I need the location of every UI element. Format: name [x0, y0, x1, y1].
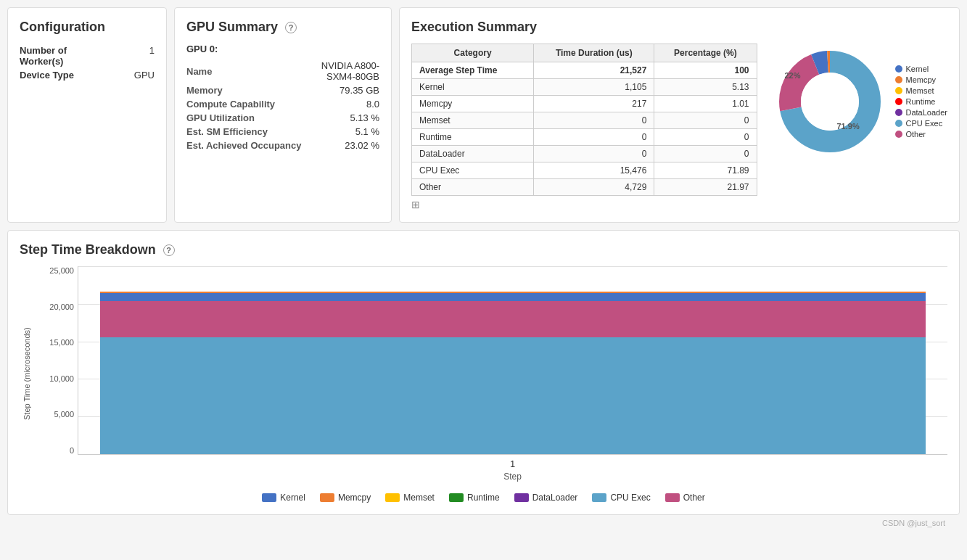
legend-label-runtime: Runtime: [906, 97, 936, 106]
config-title: Configuration: [20, 20, 155, 35]
exec-row-dataloader: DataLoader 0 0: [412, 146, 757, 162]
bottom-legend-cpuexec: CPU Exec: [592, 493, 650, 503]
legend-dot-cpuexec: [895, 120, 902, 127]
gpu-label-occ: Est. Achieved Occupancy: [186, 139, 303, 152]
gpu-value-compute: 8.0: [303, 97, 379, 111]
gpu-title: GPU Summary ?: [186, 20, 379, 35]
legend-dot-memcpy: [895, 76, 902, 83]
gpu-value-name: NVIDIA A800-SXM4-80GB: [303, 59, 379, 83]
donut-svg: [772, 44, 888, 160]
legend-label-memset: Memset: [906, 86, 934, 95]
bottom-legend-dataloader: DataLoader: [514, 493, 578, 503]
legend-dot-dataloader: [895, 109, 902, 116]
bottom-legend-other: Other: [665, 493, 705, 503]
bar-kernel: [100, 293, 926, 301]
legend-dot-other: [895, 131, 902, 138]
exec-dur-avg: 21,527: [534, 62, 654, 79]
legend-dot-memset: [895, 87, 902, 94]
exec-table: Category Time Duration (us) Percentage (…: [411, 44, 757, 196]
gpu-row-sm: Est. SM Efficiency 5.1 %: [186, 125, 379, 139]
gpu-help-icon[interactable]: ?: [285, 22, 297, 33]
gpu-label-sm: Est. SM Efficiency: [186, 125, 303, 139]
donut-legend: Kernel Memcpy Memset Runtime: [895, 65, 948, 139]
y-labels: 25,000 20,000 15,000 10,000 5,000 0: [38, 266, 78, 455]
donut-label-719: 71.9%: [837, 122, 860, 131]
bottom-legend-label-memcpy: Memcpy: [338, 493, 371, 503]
top-row: Configuration Number ofWorker(s) 1 Devic…: [7, 7, 960, 223]
legend-other: Other: [895, 130, 948, 139]
bar-other: [100, 301, 926, 337]
bottom-legend-rect-kernel: [262, 493, 276, 502]
legend-dot-runtime: [895, 98, 902, 105]
expand-icon[interactable]: ⊞: [411, 199, 420, 210]
exec-table-wrap: Category Time Duration (us) Percentage (…: [411, 44, 757, 210]
bottom-legend-rect-other: [665, 493, 680, 502]
bottom-legend-runtime: Runtime: [449, 493, 500, 503]
bar-group-container: [100, 266, 926, 454]
y-axis-label: Step Time (microseconds): [20, 266, 34, 482]
legend-cpuexec: CPU Exec: [895, 119, 948, 128]
exec-row-cpuexec: CPU Exec 15,476 71.89: [412, 162, 757, 179]
gpu-row-memory: Memory 79.35 GB: [186, 83, 379, 97]
bottom-legend-rect-cpuexec: [592, 493, 606, 502]
steptime-title: Step Time Breakdown ?: [20, 242, 947, 258]
x-value-1: 1: [510, 458, 515, 469]
exec-row-runtime: Runtime 0 0: [412, 129, 757, 146]
bottom-legend-label-cpuexec: CPU Exec: [610, 493, 650, 503]
x-axis-title: Step: [78, 472, 947, 482]
exec-header-duration: Time Duration (us): [534, 44, 654, 62]
config-table: Number ofWorker(s) 1 Device Type GPU: [20, 44, 155, 82]
legend-label-other: Other: [906, 130, 926, 139]
gpu-label-name: Name: [186, 59, 303, 83]
bottom-legend-rect-runtime: [449, 493, 464, 502]
gpu-row-name: Name NVIDIA A800-SXM4-80GB: [186, 59, 379, 83]
bottom-legend-rect-dataloader: [514, 493, 529, 502]
exec-header-category: Category: [412, 44, 534, 62]
y-label-15000: 15,000: [38, 338, 74, 347]
gpu-row-util: GPU Utilization 5.13 %: [186, 111, 379, 125]
main-container: Configuration Number ofWorker(s) 1 Devic…: [0, 0, 967, 535]
bottom-legend-label-other: Other: [683, 493, 705, 503]
expand-control[interactable]: ⊞: [411, 199, 757, 210]
steptime-help-icon[interactable]: ?: [163, 244, 175, 256]
legend-label-dataloader: DataLoader: [906, 108, 948, 117]
exec-row-avg: Average Step Time 21,527 100: [412, 62, 757, 79]
donut-chart: 22% 71.9%: [772, 44, 888, 160]
gpu-row-occ: Est. Achieved Occupancy 23.02 %: [186, 139, 379, 152]
x-axis-values: 1: [78, 455, 947, 469]
bottom-legend-rect-memcpy: [320, 493, 334, 502]
exec-card: Execution Summary Category Time Duration…: [399, 7, 960, 223]
gpu-info-table: Name NVIDIA A800-SXM4-80GB Memory 79.35 …: [186, 59, 379, 152]
bottom-legend-memcpy: Memcpy: [320, 493, 371, 503]
legend-label-cpuexec: CPU Exec: [906, 119, 943, 128]
chart-outer: Step Time (microseconds) 25,000 20,000 1…: [20, 266, 947, 482]
bar-chart: [78, 266, 947, 455]
gpu-row-compute: Compute Capability 8.0: [186, 97, 379, 111]
y-label-10000: 10,000: [38, 374, 74, 383]
legend-runtime: Runtime: [895, 97, 948, 106]
legend-dataloader: DataLoader: [895, 108, 948, 117]
exec-cat-avg: Average Step Time: [412, 62, 534, 79]
y-label-20000: 20,000: [38, 302, 74, 311]
bar-cpuexec: [100, 337, 926, 454]
gpu-label-compute: Compute Capability: [186, 97, 303, 111]
gpu-value-occ: 23.02 %: [303, 139, 379, 152]
exec-row-kernel: Kernel 1,105 5.13: [412, 79, 757, 96]
bottom-legend-label-dataloader: DataLoader: [532, 493, 578, 503]
exec-title: Execution Summary: [411, 20, 947, 35]
legend-label-memcpy: Memcpy: [906, 75, 937, 84]
steptime-card: Step Time Breakdown ? Step Time (microse…: [7, 230, 960, 515]
legend-memcpy: Memcpy: [895, 75, 948, 84]
config-value-workers: 1: [118, 44, 155, 68]
legend-memset: Memset: [895, 86, 948, 95]
exec-header-percentage: Percentage (%): [654, 44, 757, 62]
y-label-0: 0: [38, 446, 74, 455]
exec-pct-avg: 100: [654, 62, 757, 79]
gpu-label-memory: Memory: [186, 83, 303, 97]
config-label-device: Device Type: [20, 68, 118, 82]
exec-row-memcpy: Memcpy 217 1.01: [412, 96, 757, 112]
legend-dot-kernel: [895, 65, 902, 73]
gpu-card: GPU Summary ? GPU 0: Name NVIDIA A800-SX…: [174, 7, 392, 223]
y-label-25000: 25,000: [38, 266, 74, 275]
gpu-value-util: 5.13 %: [303, 111, 379, 125]
